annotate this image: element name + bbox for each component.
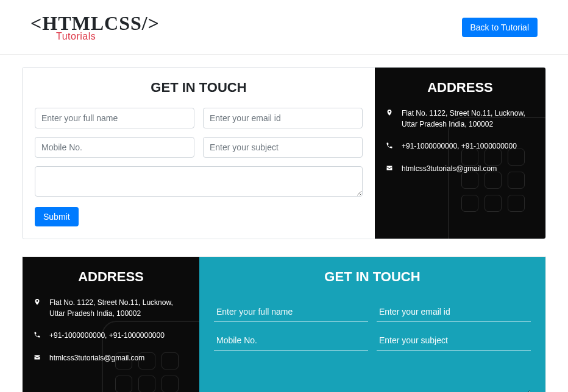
- submit-button[interactable]: Submit: [35, 207, 79, 226]
- address-panel-dark-left: ADDRESS Flat No. 1122, Street No.11, Luc…: [23, 257, 199, 392]
- header: <HTMLCSS/> Tutorials Back to Tutorial: [0, 0, 568, 55]
- message-textarea[interactable]: [214, 366, 531, 392]
- email-input[interactable]: [377, 302, 531, 322]
- contact-card-light: GET IN TOUCH Submit ADDRESS Flat No. 112…: [22, 67, 546, 239]
- map-pin-icon: [34, 298, 42, 319]
- mobile-input[interactable]: [35, 137, 194, 158]
- site-logo: <HTMLCSS/> Tutorials: [30, 12, 160, 42]
- message-textarea[interactable]: [35, 166, 363, 197]
- contact-form-teal: GET IN TOUCH Submit: [199, 257, 545, 392]
- form-title: GET IN TOUCH: [214, 269, 531, 285]
- name-input[interactable]: [35, 108, 194, 128]
- envelope-icon: [386, 164, 394, 175]
- email-input[interactable]: [203, 108, 363, 128]
- subject-input[interactable]: [203, 137, 363, 158]
- form-title: GET IN TOUCH: [35, 80, 363, 96]
- phone-decoration: [448, 117, 545, 239]
- logo-sub-text: Tutorials: [56, 31, 160, 42]
- contact-form-light: GET IN TOUCH Submit: [23, 68, 375, 239]
- mobile-input[interactable]: [214, 331, 368, 351]
- envelope-icon: [34, 353, 42, 364]
- address-title: ADDRESS: [34, 269, 188, 285]
- subject-input[interactable]: [377, 331, 531, 351]
- phone-icon: [34, 331, 42, 341]
- back-to-tutorial-button[interactable]: Back to Tutorial: [462, 18, 538, 37]
- address-text: Flat No. 1122, Street No.11, Lucknow, Ut…: [49, 297, 188, 319]
- address-title: ADDRESS: [386, 80, 534, 96]
- address-panel-dark-right: ADDRESS Flat No. 1122, Street No.11, Luc…: [375, 68, 545, 239]
- phone-icon: [386, 141, 394, 152]
- contact-card-teal: ADDRESS Flat No. 1122, Street No.11, Luc…: [22, 256, 546, 392]
- name-input[interactable]: [214, 302, 368, 322]
- map-pin-icon: [386, 108, 394, 130]
- address-row: Flat No. 1122, Street No.11, Lucknow, Ut…: [34, 297, 188, 319]
- phone-decoration: [102, 321, 199, 392]
